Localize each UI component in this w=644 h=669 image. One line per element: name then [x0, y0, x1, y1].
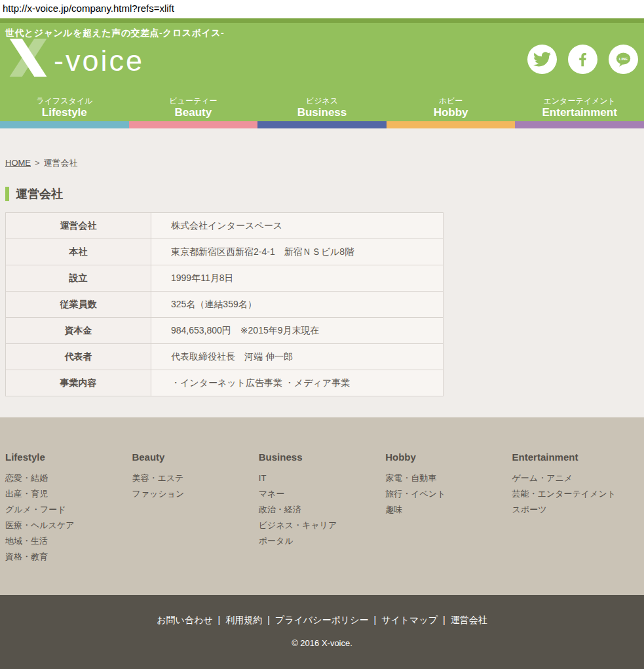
footer-link[interactable]: 資格・教育	[5, 549, 132, 565]
nav-label-en: Hobby	[387, 105, 516, 119]
row-value: 代表取締役社長 河端 伸一郎	[151, 344, 443, 370]
bottom-bar: お問い合わせ|利用規約|プライバシーポリシー|サイトマップ|運営会社 © 201…	[0, 595, 644, 669]
nav-label-jp: ビジネス	[257, 96, 387, 105]
row-value: ・インターネット広告事業 ・メディア事業	[151, 370, 443, 396]
row-label: 運営会社	[6, 213, 151, 239]
footer-link[interactable]: 美容・エステ	[132, 470, 258, 486]
bottom-link-terms[interactable]: 利用規約	[225, 615, 262, 625]
footer-link[interactable]: ゲーム・アニメ	[512, 470, 639, 486]
nav-label-jp: エンターテイメント	[515, 96, 644, 105]
url-bar: http://x-voice.jp/company.html?refs=xlif…	[0, 0, 644, 18]
bottom-links: お問い合わせ|利用規約|プライバシーポリシー|サイトマップ|運営会社	[0, 615, 644, 626]
company-info-table: 運営会社 株式会社インタースペース 本社 東京都新宿区西新宿2-4-1 新宿ＮＳ…	[5, 212, 444, 396]
bottom-link-privacy[interactable]: プライバシーポリシー	[275, 615, 369, 625]
row-value: 325名（連結359名）	[151, 292, 443, 317]
row-value: 株式会社インタースペース	[151, 213, 443, 239]
footer-link[interactable]: ビジネス・キャリア	[259, 518, 385, 533]
bottom-link-separator: |	[267, 615, 270, 625]
social-buttons: LINE	[527, 45, 638, 74]
nav-item-entertainment[interactable]: エンターテイメント Entertainment	[515, 96, 644, 119]
footer-col-title: Business	[259, 451, 385, 463]
row-value: 984,653,800円 ※2015年9月末現在	[151, 318, 443, 343]
table-row: 事業内容 ・インターネット広告事業 ・メディア事業	[6, 370, 443, 396]
bottom-link-contact[interactable]: お問い合わせ	[157, 615, 212, 625]
row-label: 設立	[6, 265, 151, 291]
footer-col-business: Business IT マネー 政治・経済 ビジネス・キャリア ポータル	[259, 451, 385, 565]
footer-link[interactable]: ファッション	[132, 486, 258, 502]
table-row: 従業員数 325名（連結359名）	[6, 292, 443, 318]
title-accent-bar	[5, 187, 9, 201]
page-title-text: 運営会社	[16, 186, 63, 202]
footer-col-title: Hobby	[385, 451, 512, 463]
nav-item-lifestyle[interactable]: ライフスタイル Lifestyle	[0, 96, 129, 119]
footer-link[interactable]: 出産・育児	[5, 486, 132, 502]
nav-label-en: Beauty	[129, 105, 258, 119]
nav-item-beauty[interactable]: ビューティー Beauty	[129, 96, 258, 119]
site-footer: Lifestyle 恋愛・結婚 出産・育児 グルメ・フード 医療・ヘルスケア 地…	[0, 417, 644, 595]
nav-underline-beauty	[129, 121, 258, 128]
header-top-strip	[0, 18, 644, 23]
footer-link[interactable]: グルメ・フード	[5, 502, 132, 518]
site-header: 世代とジャンルを超えた声の交差点-クロスボイス- -voice LINE	[0, 23, 644, 121]
footer-col-beauty: Beauty 美容・エステ ファッション	[132, 451, 258, 565]
nav-label-jp: ホビー	[387, 96, 516, 105]
table-row: 運営会社 株式会社インタースペース	[6, 213, 443, 239]
nav-label-en: Entertainment	[515, 105, 644, 119]
footer-link[interactable]: ポータル	[259, 533, 385, 549]
nav-label-en: Business	[257, 105, 387, 119]
footer-col-entertainment: Entertainment ゲーム・アニメ 芸能・エンターテイメント スポーツ	[512, 451, 639, 565]
breadcrumb-home-link[interactable]: HOME	[5, 158, 31, 168]
bottom-link-company[interactable]: 運営会社	[451, 615, 487, 625]
site-logo[interactable]: -voice	[4, 39, 144, 77]
facebook-icon	[574, 50, 592, 68]
row-label: 事業内容	[6, 370, 151, 396]
line-icon: LINE	[615, 50, 632, 68]
breadcrumb: HOME>運営会社	[5, 128, 639, 169]
nav-item-hobby[interactable]: ホビー Hobby	[387, 96, 516, 119]
svg-text:LINE: LINE	[619, 57, 628, 61]
table-row: 設立 1999年11月8日	[6, 265, 443, 292]
nav-underline-business	[257, 121, 387, 128]
twitter-button[interactable]	[527, 45, 557, 74]
table-row: 代表者 代表取締役社長 河端 伸一郎	[6, 344, 443, 370]
footer-link[interactable]: IT	[259, 470, 385, 486]
main-nav: ライフスタイル Lifestyle ビューティー Beauty ビジネス Bus…	[0, 96, 644, 119]
copyright: © 2016 X-voice.	[0, 638, 644, 648]
line-button[interactable]: LINE	[609, 45, 638, 74]
footer-col-lifestyle: Lifestyle 恋愛・結婚 出産・育児 グルメ・フード 医療・ヘルスケア 地…	[5, 451, 132, 565]
bottom-link-sitemap[interactable]: サイトマップ	[381, 615, 438, 625]
footer-col-title: Beauty	[132, 451, 258, 463]
footer-link[interactable]: 趣味	[385, 502, 512, 518]
site-tagline: 世代とジャンルを超えた声の交差点-クロスボイス-	[5, 28, 224, 39]
footer-link[interactable]: 芸能・エンターテイメント	[512, 486, 639, 502]
facebook-button[interactable]	[568, 45, 597, 74]
nav-underline-hobby	[387, 121, 516, 128]
nav-underline-lifestyle	[0, 121, 129, 128]
footer-link[interactable]: 恋愛・結婚	[5, 470, 132, 486]
nav-label-en: Lifestyle	[0, 105, 129, 119]
nav-item-business[interactable]: ビジネス Business	[257, 96, 387, 119]
row-value: 東京都新宿区西新宿2-4-1 新宿ＮＳビル8階	[151, 239, 443, 265]
nav-underline-entertainment	[515, 121, 644, 128]
bottom-link-separator: |	[218, 615, 221, 625]
footer-col-title: Lifestyle	[5, 451, 132, 463]
footer-link[interactable]: 旅行・イベント	[385, 486, 512, 502]
footer-col-title: Entertainment	[512, 451, 639, 463]
bottom-link-separator: |	[373, 615, 376, 625]
page-title: 運営会社	[5, 186, 639, 202]
row-label: 代表者	[6, 344, 151, 370]
footer-link[interactable]: 家電・自動車	[385, 470, 512, 486]
nav-underline-bars	[0, 121, 644, 128]
breadcrumb-current: 運営会社	[44, 158, 78, 168]
footer-link[interactable]: マネー	[259, 486, 385, 502]
footer-link[interactable]: 医療・ヘルスケア	[5, 518, 132, 533]
url-text: http://x-voice.jp/company.html?refs=xlif…	[3, 3, 174, 14]
footer-link[interactable]: 政治・経済	[259, 502, 385, 518]
table-row: 資本金 984,653,800円 ※2015年9月末現在	[6, 318, 443, 344]
row-label: 従業員数	[6, 292, 151, 317]
footer-link[interactable]: スポーツ	[512, 502, 639, 518]
row-value: 1999年11月8日	[151, 265, 443, 291]
bottom-link-separator: |	[443, 615, 445, 625]
main-content: HOME>運営会社 運営会社 運営会社 株式会社インタースペース 本社 東京都新…	[0, 128, 644, 417]
footer-link[interactable]: 地域・生活	[5, 533, 132, 549]
